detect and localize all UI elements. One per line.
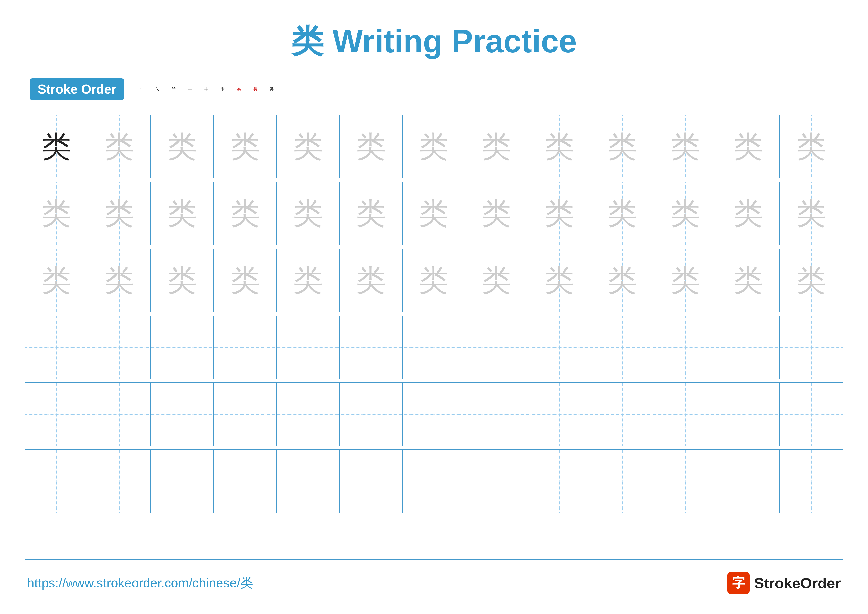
grid-cell-2-8[interactable]: 类: [465, 182, 528, 245]
grid-row-3: 类 类 类 类 类 类 类 类 类 类 类 类 类: [25, 249, 843, 316]
grid-cell-6-3[interactable]: [151, 450, 214, 513]
grid-cell-1-2[interactable]: 类: [88, 115, 151, 178]
grid-cell-5-9[interactable]: [528, 383, 591, 446]
grid-cell-6-7[interactable]: [403, 450, 465, 513]
grid-cell-4-4[interactable]: [214, 316, 277, 379]
grid-cell-4-11[interactable]: [654, 316, 717, 379]
grid-cell-6-11[interactable]: [654, 450, 717, 513]
char-guide: 类: [42, 194, 71, 234]
grid-cell-5-8[interactable]: [465, 383, 528, 446]
grid-cell-3-7[interactable]: 类: [403, 249, 465, 312]
grid-cell-4-10[interactable]: [591, 316, 654, 379]
char-guide: 类: [104, 194, 134, 234]
grid-cell-6-4[interactable]: [214, 450, 277, 513]
char-guide: 类: [293, 194, 323, 234]
grid-cell-5-7[interactable]: [403, 383, 465, 446]
grid-cell-4-5[interactable]: [277, 316, 340, 379]
char-guide: 类: [230, 194, 260, 234]
grid-cell-2-10[interactable]: 类: [591, 182, 654, 245]
grid-cell-3-5[interactable]: 类: [277, 249, 340, 312]
grid-cell-2-9[interactable]: 类: [528, 182, 591, 245]
grid-cell-5-2[interactable]: [88, 383, 151, 446]
grid-cell-2-4[interactable]: 类: [214, 182, 277, 245]
grid-cell-6-6[interactable]: [340, 450, 403, 513]
grid-row-5: [25, 383, 843, 450]
char-guide: 类: [733, 261, 763, 301]
grid-cell-2-7[interactable]: 类: [403, 182, 465, 245]
grid-cell-3-8[interactable]: 类: [465, 249, 528, 312]
grid-cell-6-1[interactable]: [25, 450, 88, 513]
grid-cell-5-6[interactable]: [340, 383, 403, 446]
grid-cell-3-9[interactable]: 类: [528, 249, 591, 312]
grid-cell-4-13[interactable]: [780, 316, 843, 379]
grid-cell-3-2[interactable]: 类: [88, 249, 151, 312]
grid-cell-1-10[interactable]: 类: [591, 115, 654, 178]
grid-cell-5-12[interactable]: [717, 383, 780, 446]
grid-cell-2-6[interactable]: 类: [340, 182, 403, 245]
grid-cell-1-9[interactable]: 类: [528, 115, 591, 178]
char-guide: 类: [608, 194, 637, 234]
grid-cell-5-11[interactable]: [654, 383, 717, 446]
grid-cell-1-1[interactable]: 类: [25, 115, 88, 178]
grid-cell-5-13[interactable]: [780, 383, 843, 446]
grid-cell-2-13[interactable]: 类: [780, 182, 843, 245]
grid-cell-4-6[interactable]: [340, 316, 403, 379]
grid-cell-1-6[interactable]: 类: [340, 115, 403, 178]
grid-cell-4-8[interactable]: [465, 316, 528, 379]
grid-cell-4-1[interactable]: [25, 316, 88, 379]
grid-cell-1-7[interactable]: 类: [403, 115, 465, 178]
grid-cell-6-10[interactable]: [591, 450, 654, 513]
char-guide: 类: [482, 261, 512, 301]
grid-cell-3-1[interactable]: 类: [25, 249, 88, 312]
grid-cell-5-3[interactable]: [151, 383, 214, 446]
grid-cell-1-8[interactable]: 类: [465, 115, 528, 178]
grid-cell-1-13[interactable]: 类: [780, 115, 843, 178]
grid-cell-4-2[interactable]: [88, 316, 151, 379]
grid-cell-3-12[interactable]: 类: [717, 249, 780, 312]
char-guide: 类: [419, 261, 449, 301]
grid-cell-6-9[interactable]: [528, 450, 591, 513]
grid-cell-3-4[interactable]: 类: [214, 249, 277, 312]
grid-cell-2-5[interactable]: 类: [277, 182, 340, 245]
grid-cell-4-9[interactable]: [528, 316, 591, 379]
grid-cell-1-12[interactable]: 类: [717, 115, 780, 178]
footer-url: https://www.strokeorder.com/chinese/类: [27, 574, 253, 592]
grid-cell-6-8[interactable]: [465, 450, 528, 513]
grid-cell-1-4[interactable]: 类: [214, 115, 277, 178]
grid-cell-6-12[interactable]: [717, 450, 780, 513]
grid-cell-2-11[interactable]: 类: [654, 182, 717, 245]
char-guide: 类: [419, 194, 449, 234]
grid-cell-1-5[interactable]: 类: [277, 115, 340, 178]
grid-cell-5-1[interactable]: [25, 383, 88, 446]
char-guide: 类: [797, 261, 826, 301]
stroke-7: 类: [237, 87, 241, 92]
grid-cell-1-3[interactable]: 类: [151, 115, 214, 178]
char-guide: 类: [608, 261, 637, 301]
grid-cell-2-1[interactable]: 类: [25, 182, 88, 245]
grid-cell-2-2[interactable]: 类: [88, 182, 151, 245]
grid-cell-3-11[interactable]: 类: [654, 249, 717, 312]
grid-cell-6-13[interactable]: [780, 450, 843, 513]
grid-cell-4-7[interactable]: [403, 316, 465, 379]
grid-cell-3-10[interactable]: 类: [591, 249, 654, 312]
grid-cell-5-10[interactable]: [591, 383, 654, 446]
char-guide: 类: [167, 261, 197, 301]
grid-cell-5-5[interactable]: [277, 383, 340, 446]
grid-cell-5-4[interactable]: [214, 383, 277, 446]
grid-cell-6-5[interactable]: [277, 450, 340, 513]
char-guide: 类: [42, 261, 71, 301]
grid-cell-1-11[interactable]: 类: [654, 115, 717, 178]
grid-row-1: 类 类 类 类 类 类 类 类 类 类 类 类 类: [25, 115, 843, 182]
grid-cell-6-2[interactable]: [88, 450, 151, 513]
grid-cell-4-3[interactable]: [151, 316, 214, 379]
char-guide: 类: [293, 127, 323, 167]
stroke-3: 䒑: [172, 87, 176, 92]
grid-cell-4-12[interactable]: [717, 316, 780, 379]
grid-cell-3-3[interactable]: 类: [151, 249, 214, 312]
char-guide: 类: [482, 194, 512, 234]
char-guide: 类: [545, 194, 574, 234]
grid-cell-3-6[interactable]: 类: [340, 249, 403, 312]
grid-cell-2-3[interactable]: 类: [151, 182, 214, 245]
grid-cell-3-13[interactable]: 类: [780, 249, 843, 312]
grid-cell-2-12[interactable]: 类: [717, 182, 780, 245]
